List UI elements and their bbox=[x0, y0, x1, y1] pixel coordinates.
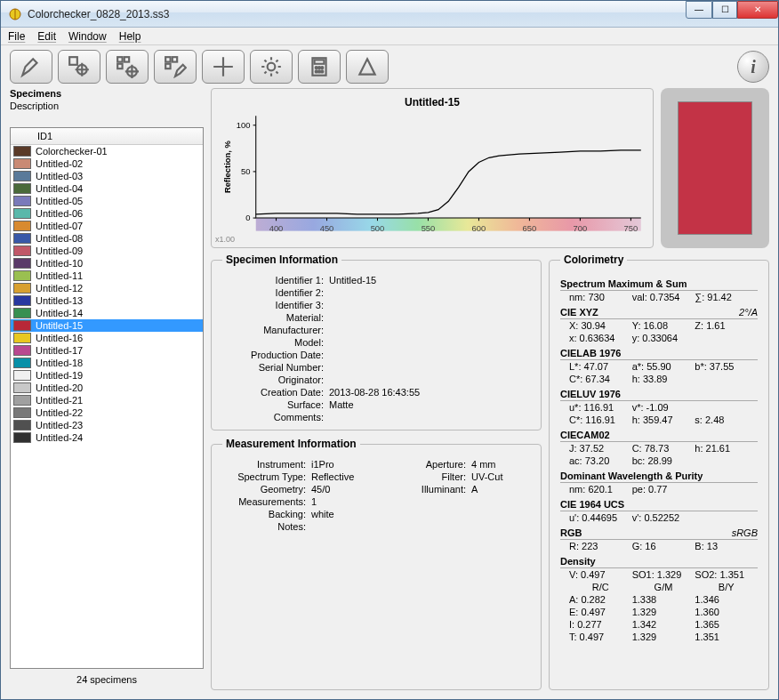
maximize-button[interactable]: ☐ bbox=[712, 1, 737, 19]
list-item[interactable]: Untitled-18 bbox=[11, 357, 203, 369]
list-item[interactable]: Untitled-16 bbox=[11, 332, 203, 344]
list-item-label: Untitled-10 bbox=[36, 258, 83, 269]
list-item-label: Colorchecker-01 bbox=[36, 146, 108, 157]
list-item[interactable]: Untitled-22 bbox=[11, 406, 203, 419]
svg-text:500: 500 bbox=[371, 224, 385, 233]
swatch-icon bbox=[13, 221, 31, 231]
tool-pencil-grid[interactable] bbox=[154, 50, 197, 84]
list-item-label: Untitled-19 bbox=[36, 370, 83, 381]
svg-rect-9 bbox=[165, 64, 170, 68]
list-item-label: Untitled-16 bbox=[36, 333, 83, 343]
toolbar: i bbox=[1, 45, 778, 88]
list-item[interactable]: Untitled-09 bbox=[11, 245, 203, 257]
swatch-icon bbox=[13, 158, 31, 169]
list-item[interactable]: Untitled-14 bbox=[11, 307, 203, 319]
specimens-tab-label[interactable]: Specimens bbox=[10, 88, 204, 99]
svg-text:650: 650 bbox=[523, 224, 537, 233]
list-item[interactable]: Colorchecker-01 bbox=[11, 145, 203, 157]
list-item-label: Untitled-05 bbox=[36, 196, 83, 206]
list-item[interactable]: Untitled-10 bbox=[11, 257, 203, 270]
list-footer: 24 specimens bbox=[10, 669, 204, 690]
specimen-info-legend: Specimen Information bbox=[222, 253, 341, 266]
description-tab-label[interactable]: Description bbox=[10, 101, 204, 111]
list-item[interactable]: Untitled-15 bbox=[11, 319, 203, 332]
swatch-icon bbox=[13, 420, 31, 430]
menu-help[interactable]: Help bbox=[119, 30, 141, 43]
list-item[interactable]: Untitled-02 bbox=[11, 157, 203, 170]
list-item[interactable]: Untitled-20 bbox=[11, 382, 203, 394]
measurement-info-panel: Measurement Information Instrument:i1Pro… bbox=[211, 438, 542, 690]
minimize-button[interactable]: — bbox=[686, 1, 712, 19]
list-item[interactable]: Untitled-07 bbox=[11, 220, 203, 232]
swatch-icon bbox=[13, 245, 31, 256]
list-item[interactable]: Untitled-03 bbox=[11, 170, 203, 182]
colorimetry-panel: Colorimetry Spectrum Maximum & Sum nm: 7… bbox=[549, 253, 769, 690]
list-item[interactable]: Untitled-17 bbox=[11, 344, 203, 357]
list-item[interactable]: Untitled-21 bbox=[11, 394, 203, 406]
list-column-header[interactable]: ID1 bbox=[11, 128, 203, 145]
list-item[interactable]: Untitled-05 bbox=[11, 195, 203, 207]
list-item-label: Untitled-09 bbox=[36, 245, 83, 256]
menubar: File Edit Window Help bbox=[1, 28, 778, 45]
list-item[interactable]: Untitled-11 bbox=[11, 270, 203, 282]
specimen-list[interactable]: ID1 Colorchecker-01Untitled-02Untitled-0… bbox=[10, 127, 204, 669]
swatch-icon bbox=[13, 395, 31, 406]
list-item-label: Untitled-22 bbox=[36, 407, 83, 418]
svg-rect-5 bbox=[117, 64, 122, 68]
list-item[interactable]: Untitled-24 bbox=[11, 431, 203, 444]
list-item[interactable]: Untitled-04 bbox=[11, 182, 203, 195]
swatch-icon bbox=[13, 208, 31, 219]
svg-text:600: 600 bbox=[472, 224, 486, 233]
svg-text:450: 450 bbox=[320, 224, 334, 233]
list-item-label: Untitled-21 bbox=[36, 395, 83, 406]
list-item-label: Untitled-13 bbox=[36, 295, 83, 306]
menu-file[interactable]: File bbox=[8, 30, 25, 43]
tool-calculator[interactable] bbox=[298, 50, 341, 84]
list-item[interactable]: Untitled-13 bbox=[11, 294, 203, 307]
tool-target-grid[interactable] bbox=[106, 50, 149, 84]
swatch-icon bbox=[13, 345, 31, 356]
swatch-icon bbox=[13, 407, 31, 418]
svg-text:700: 700 bbox=[574, 224, 588, 233]
tool-target-single[interactable] bbox=[58, 50, 100, 84]
list-item-label: Untitled-06 bbox=[36, 208, 83, 219]
list-item[interactable]: Untitled-08 bbox=[11, 232, 203, 245]
swatch-icon bbox=[13, 295, 31, 306]
close-button[interactable]: ✕ bbox=[737, 1, 778, 19]
tool-sun[interactable] bbox=[250, 50, 293, 84]
svg-text:100: 100 bbox=[237, 121, 251, 130]
chart-title: Untitled-15 bbox=[219, 96, 646, 109]
list-item[interactable]: Untitled-23 bbox=[11, 419, 203, 431]
tool-delta[interactable] bbox=[346, 50, 389, 84]
list-item-label: Untitled-07 bbox=[36, 221, 83, 231]
svg-point-16 bbox=[316, 70, 317, 72]
list-item-label: Untitled-14 bbox=[36, 308, 83, 318]
tool-pencil[interactable] bbox=[10, 50, 52, 84]
list-item[interactable]: Untitled-19 bbox=[11, 369, 203, 382]
tool-crosshair[interactable] bbox=[202, 50, 245, 84]
list-item-label: Untitled-24 bbox=[36, 432, 83, 443]
swatch-icon bbox=[13, 258, 31, 269]
list-item-label: Untitled-23 bbox=[36, 420, 83, 430]
list-item-label: Untitled-15 bbox=[36, 320, 83, 331]
measurement-info-legend: Measurement Information bbox=[222, 438, 360, 450]
svg-rect-7 bbox=[165, 57, 170, 61]
svg-point-13 bbox=[316, 67, 317, 68]
svg-point-14 bbox=[318, 67, 320, 68]
list-item[interactable]: Untitled-06 bbox=[11, 207, 203, 220]
list-item-label: Untitled-08 bbox=[36, 233, 83, 244]
menu-window[interactable]: Window bbox=[68, 30, 107, 43]
swatch-icon bbox=[13, 432, 31, 443]
svg-text:400: 400 bbox=[269, 224, 284, 233]
menu-edit[interactable]: Edit bbox=[37, 30, 56, 43]
list-item-label: Untitled-11 bbox=[36, 270, 83, 281]
list-item[interactable]: Untitled-12 bbox=[11, 282, 203, 294]
color-preview-swatch bbox=[678, 101, 752, 235]
chart-scale-label: x1.00 bbox=[215, 235, 235, 244]
svg-point-10 bbox=[268, 63, 276, 71]
list-item-label: Untitled-17 bbox=[36, 345, 83, 356]
svg-rect-8 bbox=[173, 57, 177, 61]
color-preview-frame bbox=[661, 88, 769, 248]
swatch-icon bbox=[13, 308, 31, 318]
info-button[interactable]: i bbox=[737, 51, 769, 83]
